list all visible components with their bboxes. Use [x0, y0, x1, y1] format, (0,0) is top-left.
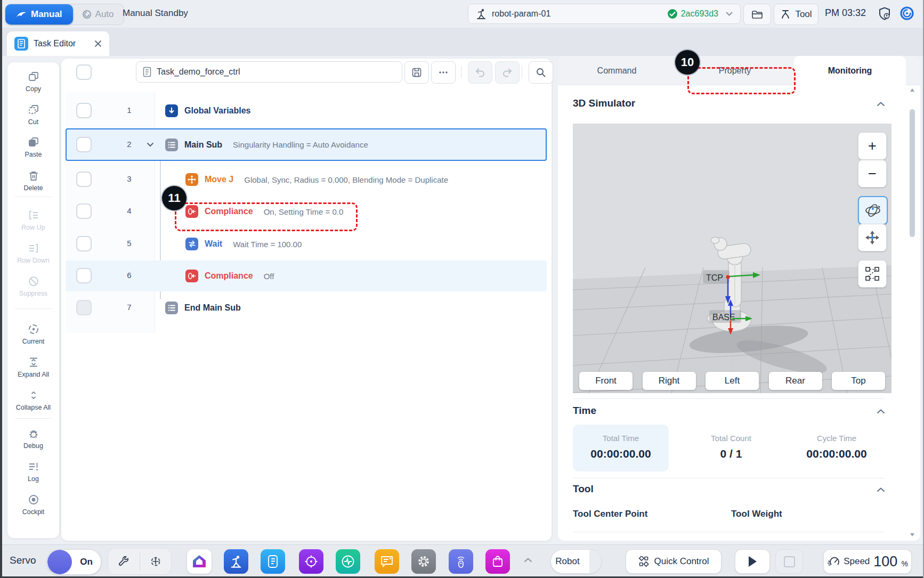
home-app-icon[interactable] — [187, 549, 212, 574]
time-section-title: Time — [573, 405, 596, 417]
toolbar-item-row-down[interactable]: Row Down — [7, 242, 59, 264]
more-options-button[interactable] — [431, 61, 456, 84]
toolbar-item-debug[interactable]: Debug — [7, 428, 59, 450]
row-title: End Main Sub — [184, 303, 241, 313]
monitoring-app-icon[interactable] — [336, 549, 360, 574]
toolbar-item-expand-all[interactable]: Expand All — [7, 356, 59, 378]
toolbar-item-row-up[interactable]: Row Up — [7, 209, 59, 231]
total-time-label: Total Time — [573, 434, 669, 443]
simulator-viewport[interactable]: TCP BASE + − Front Right Left Rea — [573, 124, 891, 393]
play-button[interactable] — [735, 549, 770, 574]
chevron-down-icon[interactable] — [147, 142, 154, 147]
task-row-3[interactable]: 3 Move J Global, Sync, Radius = 0.000, B… — [61, 164, 552, 195]
version-hash: 2ac693d3 — [681, 9, 718, 19]
tab-monitoring[interactable]: Monitoring — [794, 56, 906, 85]
tab-task-editor[interactable]: Task Editor — [7, 31, 109, 56]
scrollbar-thumb[interactable] — [910, 109, 915, 237]
collapse-section-icon[interactable] — [877, 409, 885, 414]
file-open-button[interactable] — [743, 4, 771, 25]
tab-command[interactable]: Command — [558, 56, 676, 85]
save-task-button[interactable] — [404, 61, 429, 84]
search-button[interactable] — [529, 61, 553, 84]
undo-button[interactable] — [468, 61, 492, 84]
view-front-button[interactable]: Front — [579, 372, 633, 390]
toolbar-item-current[interactable]: Current — [7, 323, 59, 345]
tool-button[interactable]: Tool — [774, 4, 818, 25]
robot-app-icon[interactable] — [224, 549, 248, 574]
view-right-button[interactable]: Right — [643, 372, 696, 390]
task-editor-tab-icon — [14, 37, 28, 51]
measure-button[interactable] — [858, 260, 887, 288]
servo-toggle[interactable]: On — [47, 549, 101, 575]
copy-icon — [28, 71, 39, 83]
toolbar-item-delete[interactable]: Delete — [7, 170, 59, 192]
select-all-checkbox[interactable] — [76, 64, 92, 80]
toolbar-item-paste[interactable]: Paste — [7, 136, 59, 158]
task-app-icon[interactable] — [261, 549, 285, 574]
speed-button[interactable]: Speed 100 % — [823, 549, 912, 574]
view-top-button[interactable]: Top — [832, 372, 885, 390]
total-count-label: Total Count — [683, 434, 779, 443]
cockpit-icon — [28, 494, 39, 506]
settings-app-icon[interactable] — [411, 549, 436, 574]
row-checkbox[interactable] — [76, 300, 92, 315]
task-row-5[interactable]: 5 Wait Wait Time = 100.00 — [61, 229, 552, 259]
quick-control-button[interactable]: Quick Control — [626, 549, 722, 574]
safety-shield-icon[interactable] — [877, 6, 892, 21]
stop-button[interactable] — [775, 549, 803, 574]
toolbar-item-copy[interactable]: Copy — [7, 71, 59, 93]
redo-button[interactable] — [495, 61, 520, 84]
robot-selector-button[interactable]: Robot — [550, 549, 602, 574]
remote-app-icon[interactable] — [449, 549, 473, 574]
row-checkbox[interactable] — [76, 236, 92, 251]
jog-button[interactable] — [140, 555, 172, 568]
robot-3d-scene: TCP BASE — [573, 124, 891, 393]
tool-section-title: Tool — [573, 483, 594, 495]
rotate-view-button[interactable] — [858, 196, 888, 225]
task-row-1[interactable]: 1 Global Variables — [61, 97, 552, 124]
store-app-icon[interactable] — [485, 549, 510, 574]
servo-toggle-knob — [47, 550, 72, 574]
toolbar-item-cut[interactable]: Cut — [7, 104, 59, 126]
view-rear-button[interactable]: Rear — [769, 372, 822, 390]
simulator-section-title: 3D Simulator — [573, 97, 635, 109]
toolbar-item-collapse-all[interactable]: Collapse All — [7, 389, 59, 411]
manual-mode-button[interactable]: Manual — [5, 4, 73, 25]
row-checkbox[interactable] — [76, 268, 92, 283]
toolbar-item-cockpit[interactable]: Cockpit — [7, 494, 59, 516]
robot-param-selector[interactable]: robot-param-01 2ac693d3 — [468, 4, 741, 24]
auto-mode-button[interactable]: Auto — [72, 9, 124, 20]
row-checkbox[interactable] — [76, 137, 92, 152]
close-icon[interactable] — [94, 40, 102, 47]
task-name: Task_demo_force_ctrl — [157, 67, 240, 77]
toolbar-item-label: Collapse All — [16, 404, 51, 411]
row-checkbox[interactable] — [76, 203, 92, 219]
task-name-field[interactable]: Task_demo_force_ctrl — [136, 61, 402, 83]
toolbar-item-log[interactable]: Log — [7, 461, 59, 483]
power-recovery-icon[interactable] — [899, 6, 914, 21]
toolbar-item-label: Row Down — [17, 257, 49, 264]
tool-center-point-label: Tool Center Point — [573, 509, 647, 519]
toolbar-item-suppress[interactable]: Suppress — [7, 275, 59, 297]
view-left-button[interactable]: Left — [706, 372, 759, 390]
row-checkbox[interactable] — [76, 172, 92, 187]
file-icon — [143, 67, 151, 77]
zoom-out-button[interactable]: − — [858, 160, 887, 188]
task-row-6[interactable]: 6 Compliance Off — [61, 260, 552, 291]
collapse-section-icon[interactable] — [877, 102, 885, 107]
speed-gauge-icon — [827, 556, 840, 567]
calibration-app-icon[interactable] — [299, 549, 323, 574]
log-icon — [28, 461, 39, 473]
panel-scrollbar[interactable] — [909, 88, 915, 538]
tool-weight-label: Tool Weight — [731, 509, 782, 519]
pan-view-button[interactable] — [858, 224, 887, 251]
row-checkbox[interactable] — [76, 103, 92, 118]
task-row-7[interactable]: 7 End Main Sub — [61, 292, 552, 323]
row-title: Compliance — [205, 271, 253, 281]
dock-collapse-icon[interactable] — [524, 558, 532, 563]
message-app-icon[interactable] — [375, 549, 399, 574]
zoom-in-button[interactable]: + — [858, 132, 887, 160]
task-row-2[interactable]: 2 Main Sub Singularity Handling = Auto A… — [61, 128, 552, 161]
workcell-setup-button[interactable] — [108, 556, 140, 567]
collapse-section-icon[interactable] — [877, 487, 885, 492]
